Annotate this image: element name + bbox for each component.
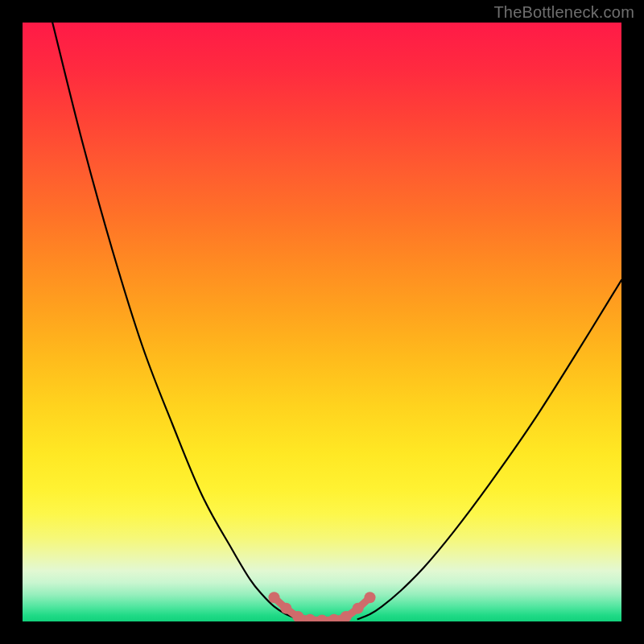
curve-right [358,280,621,619]
bottom-dot [328,614,340,621]
chart-plot-area [23,23,621,621]
bottom-dot [280,603,291,614]
bottom-dot [304,614,316,621]
bottom-dot [353,603,364,614]
bottom-dot [268,592,279,603]
bottom-dot-cluster [268,592,375,621]
chart-svg [23,23,621,621]
curve-left [52,23,298,619]
bottom-dot [316,615,328,621]
chart-frame: TheBottleneck.com [0,0,644,644]
watermark-text: TheBottleneck.com [493,3,634,22]
bottom-dot [365,592,376,603]
